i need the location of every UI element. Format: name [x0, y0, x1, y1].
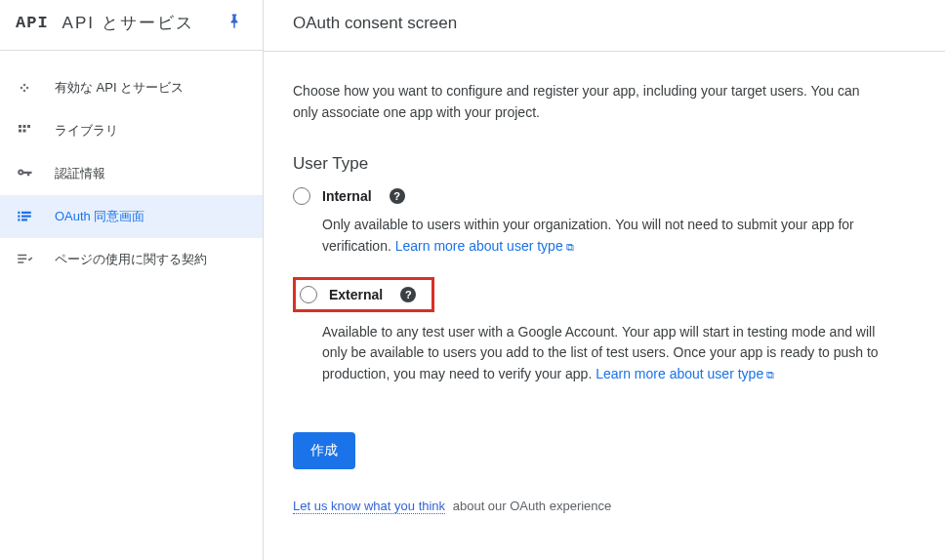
feedback-link[interactable]: Let us know what you think: [293, 499, 445, 514]
user-type-heading: User Type: [293, 154, 879, 174]
user-type-internal-row: Internal ?: [293, 187, 879, 205]
key-icon: [16, 165, 55, 182]
feedback-line: Let us know what you think about our OAu…: [293, 499, 879, 513]
radio-internal[interactable]: [293, 187, 310, 205]
radio-external-label: External: [329, 287, 383, 302]
api-logo-text: API: [16, 14, 49, 32]
external-learn-more-link[interactable]: Learn more about user type⧉: [596, 366, 774, 381]
sidebar: API API とサービス 有効な API とサービス ライブラリ: [0, 0, 264, 560]
external-link-icon: ⧉: [766, 369, 774, 380]
help-icon[interactable]: ?: [390, 188, 405, 204]
help-icon[interactable]: ?: [400, 287, 416, 302]
external-link-icon: ⧉: [566, 241, 574, 253]
intro-text: Choose how you want to configure and reg…: [293, 81, 879, 123]
sidebar-item-page-usage[interactable]: ページの使用に関する契約: [0, 238, 263, 281]
internal-description: Only available to users within your orga…: [322, 215, 879, 257]
radio-external[interactable]: [300, 286, 317, 303]
sidebar-item-label: 有効な API とサービス: [55, 79, 184, 97]
main-content: OAuth consent screen Choose how you want…: [264, 0, 945, 560]
library-icon: [16, 122, 55, 140]
diamond-icon: [16, 79, 55, 97]
radio-internal-label: Internal: [322, 188, 372, 204]
sidebar-title: API とサービス: [62, 12, 226, 34]
pin-icon[interactable]: [226, 13, 243, 33]
feedback-rest: about our OAuth experience: [449, 499, 611, 513]
page-title: OAuth consent screen: [264, 0, 945, 52]
sidebar-header: API API とサービス: [0, 0, 263, 51]
consent-screen-icon: [16, 208, 55, 225]
sidebar-nav: 有効な API とサービス ライブラリ 認証情報 OAuth 同意画面: [0, 51, 263, 281]
internal-learn-more-link[interactable]: Learn more about user type⧉: [395, 238, 574, 254]
sidebar-item-credentials[interactable]: 認証情報: [0, 152, 263, 195]
sidebar-item-label: ライブラリ: [55, 122, 118, 140]
sidebar-item-label: OAuth 同意画面: [55, 208, 144, 225]
sidebar-item-library[interactable]: ライブラリ: [0, 109, 263, 152]
sidebar-item-label: 認証情報: [55, 165, 105, 182]
sidebar-item-oauth-consent[interactable]: OAuth 同意画面: [0, 195, 263, 238]
sidebar-item-label: ページの使用に関する契約: [55, 251, 207, 268]
external-description: Available to any test user with a Google…: [322, 322, 879, 385]
create-button[interactable]: 作成: [293, 432, 355, 469]
checklist-icon: [16, 251, 55, 268]
sidebar-item-enabled-apis[interactable]: 有効な API とサービス: [0, 66, 263, 109]
external-highlight-box: External ?: [293, 277, 434, 312]
